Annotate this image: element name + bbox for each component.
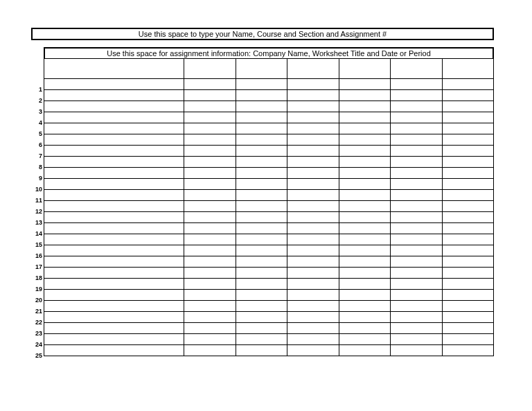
grid-cell[interactable] [287,223,339,234]
grid-cell[interactable] [391,168,442,179]
grid-cell[interactable] [442,146,493,157]
grid-cell[interactable]: 22 [44,312,184,323]
grid-cell[interactable] [236,112,287,123]
grid-cell[interactable] [287,146,339,157]
assignment-info-header[interactable]: Use this space for assignment informatio… [44,47,494,58]
grid-cell[interactable] [287,190,339,201]
grid-cell[interactable] [236,334,287,345]
grid-cell[interactable] [442,157,493,168]
grid-cell[interactable] [287,123,339,134]
grid-cell[interactable] [184,123,236,134]
grid-cell[interactable]: 13 [44,212,184,223]
grid-cell[interactable] [442,123,493,134]
grid-cell[interactable] [287,245,339,256]
grid-cell[interactable] [339,157,390,168]
grid-cell[interactable] [236,312,287,323]
grid-cell[interactable] [442,134,493,146]
grid-cell[interactable] [339,190,390,201]
grid-cell[interactable]: 15 [44,234,184,245]
grid-cell[interactable] [339,201,390,212]
grid-cell[interactable] [287,134,339,146]
grid-cell[interactable] [236,234,287,245]
grid-cell[interactable] [339,290,390,301]
grid-cell[interactable] [287,268,339,279]
grid-cell[interactable]: 12 [44,201,184,212]
grid-cell[interactable] [287,234,339,245]
grid-cell[interactable] [339,212,390,223]
grid-cell[interactable] [391,123,442,134]
grid-cell[interactable] [391,301,442,312]
grid-cell[interactable] [287,345,339,356]
grid-cell[interactable] [236,223,287,234]
grid-cell[interactable] [236,323,287,334]
grid-cell[interactable] [287,334,339,345]
grid-cell[interactable] [391,146,442,157]
grid-cell[interactable] [184,245,236,256]
column-header-cell[interactable] [44,59,184,79]
grid-cell[interactable] [391,212,442,223]
grid-cell[interactable] [184,290,236,301]
grid-cell[interactable] [184,112,236,123]
grid-cell[interactable] [184,234,236,245]
grid-cell[interactable] [442,345,493,356]
grid-cell[interactable] [442,168,493,179]
grid-cell[interactable] [236,79,287,90]
grid-cell[interactable] [184,223,236,234]
grid-cell[interactable] [236,168,287,179]
grid-cell[interactable] [442,223,493,234]
grid-cell[interactable]: 5 [44,123,184,134]
grid-cell[interactable]: 18 [44,268,184,279]
grid-cell[interactable] [442,79,493,90]
grid-cell[interactable] [287,212,339,223]
grid-cell[interactable] [184,101,236,112]
grid-cell[interactable]: 3 [44,101,184,112]
grid-cell[interactable] [391,234,442,245]
grid-cell[interactable] [184,146,236,157]
grid-cell[interactable]: 19 [44,279,184,290]
grid-cell[interactable] [442,112,493,123]
grid-cell[interactable] [339,312,390,323]
column-header-cell[interactable] [184,59,236,79]
grid-cell[interactable] [184,312,236,323]
grid-cell[interactable] [236,123,287,134]
grid-cell[interactable] [236,90,287,101]
grid-cell[interactable] [442,245,493,256]
grid-cell[interactable] [391,112,442,123]
grid-cell[interactable] [236,212,287,223]
grid-cell[interactable] [236,146,287,157]
grid-cell[interactable] [339,179,390,190]
grid-cell[interactable] [287,312,339,323]
grid-cell[interactable] [442,256,493,268]
grid-cell[interactable] [236,101,287,112]
grid-cell[interactable] [339,234,390,245]
grid-cell[interactable]: 23 [44,323,184,334]
grid-cell[interactable] [442,179,493,190]
grid-cell[interactable] [339,90,390,101]
grid-cell[interactable] [287,168,339,179]
grid-cell[interactable] [391,157,442,168]
grid-cell[interactable] [442,190,493,201]
grid-cell[interactable] [287,279,339,290]
grid-cell[interactable] [184,201,236,212]
grid-cell[interactable] [236,245,287,256]
grid-cell[interactable]: 16 [44,245,184,256]
grid-cell[interactable] [442,279,493,290]
grid-cell[interactable]: 9 [44,168,184,179]
grid-cell[interactable] [442,90,493,101]
grid-cell[interactable] [442,212,493,223]
grid-cell[interactable] [339,223,390,234]
column-header-cell[interactable] [236,59,287,79]
grid-cell[interactable] [339,268,390,279]
grid-cell[interactable] [442,201,493,212]
grid-cell[interactable]: 7 [44,146,184,157]
grid-cell[interactable]: 14 [44,223,184,234]
grid-cell[interactable]: 4 [44,112,184,123]
grid-cell[interactable] [339,146,390,157]
grid-cell[interactable] [184,79,236,90]
grid-cell[interactable] [339,245,390,256]
name-course-header[interactable]: Use this space to type your Name, Course… [31,28,494,40]
grid-cell[interactable] [339,168,390,179]
grid-cell[interactable] [184,190,236,201]
grid-cell[interactable] [339,323,390,334]
grid-cell[interactable] [184,179,236,190]
